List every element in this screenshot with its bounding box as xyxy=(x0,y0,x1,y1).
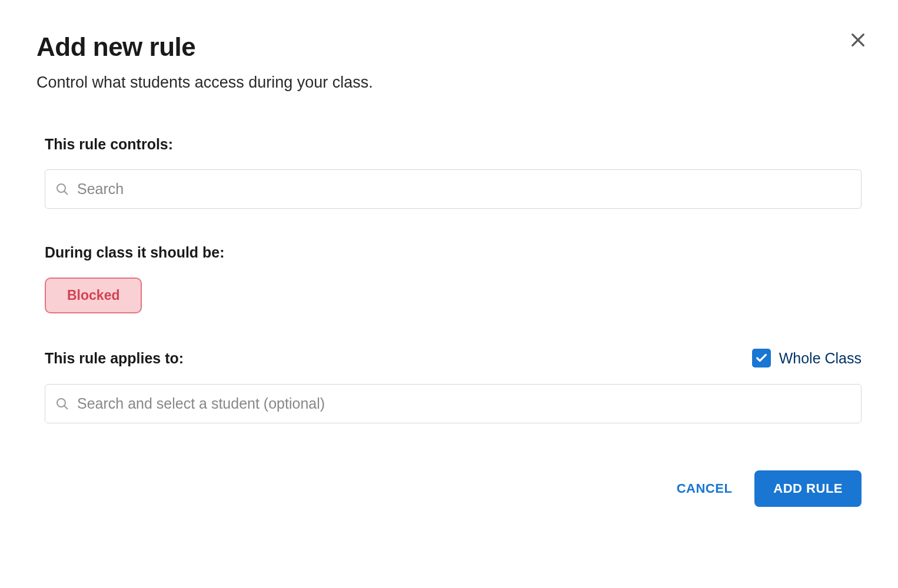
close-button[interactable] xyxy=(846,28,870,52)
controls-search-input[interactable] xyxy=(45,169,862,209)
add-rule-button[interactable]: ADD RULE xyxy=(754,470,862,507)
svg-point-4 xyxy=(57,399,65,407)
svg-line-5 xyxy=(64,406,68,409)
svg-point-2 xyxy=(57,184,65,192)
controls-search-wrapper xyxy=(45,169,862,209)
applies-header: This rule applies to: Whole Class xyxy=(45,349,862,368)
modal-header: Add new rule xyxy=(36,32,862,62)
applies-search-wrapper xyxy=(45,384,862,423)
modal-title: Add new rule xyxy=(36,32,195,62)
applies-search-input[interactable] xyxy=(45,384,862,423)
modal-footer: CANCEL ADD RULE xyxy=(36,470,862,507)
during-label: During class it should be: xyxy=(45,244,862,261)
whole-class-checkbox-wrapper[interactable]: Whole Class xyxy=(752,349,862,368)
check-icon xyxy=(755,352,768,365)
search-icon xyxy=(55,397,69,411)
controls-section: This rule controls: xyxy=(36,136,862,209)
whole-class-label: Whole Class xyxy=(779,350,862,367)
modal-subtitle: Control what students access during your… xyxy=(36,74,862,92)
search-icon xyxy=(55,182,69,196)
during-section: During class it should be: Blocked xyxy=(36,244,862,313)
applies-section: This rule applies to: Whole Class xyxy=(36,349,862,423)
applies-label: This rule applies to: xyxy=(45,350,184,367)
svg-line-3 xyxy=(64,191,68,195)
whole-class-checkbox xyxy=(752,349,771,368)
controls-label: This rule controls: xyxy=(45,136,862,153)
cancel-button[interactable]: CANCEL xyxy=(671,472,739,506)
close-icon xyxy=(849,31,867,49)
blocked-chip[interactable]: Blocked xyxy=(45,278,142,313)
add-rule-modal: Add new rule Control what students acces… xyxy=(0,0,898,539)
